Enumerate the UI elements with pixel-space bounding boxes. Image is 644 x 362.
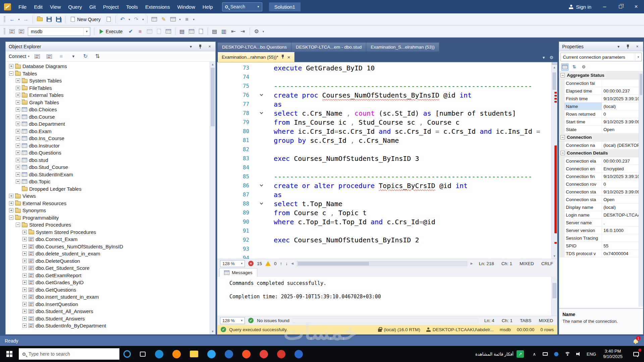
property-value[interactable]: 9/10/2025 3:39:10 <box>602 95 643 102</box>
grid-options-icon[interactable] <box>169 15 177 24</box>
filter-icon[interactable]: ▼ <box>69 52 78 61</box>
property-value[interactable]: (local) (DESKTOP-L <box>602 141 643 149</box>
stop-icon[interactable]: ■ <box>57 52 66 61</box>
property-row[interactable]: Login nameDESKTOP-LTCAAKU <box>559 211 643 219</box>
messages-tab[interactable]: Messages <box>219 268 257 277</box>
tree-item-programmability[interactable]: −Programmability <box>6 214 215 222</box>
expand-icon[interactable]: + <box>22 302 27 306</box>
tree-item-dbo-stud-course[interactable]: +dbo.Stud_Course <box>6 164 215 171</box>
properties-object-dropdown-icon[interactable]: ▾ <box>635 53 641 61</box>
results-to-file-icon[interactable] <box>197 27 205 36</box>
code-line[interactable]: 93 <box>217 244 551 253</box>
expand-icon[interactable]: + <box>22 316 27 321</box>
property-row[interactable]: Connection fai <box>559 79 643 87</box>
property-value[interactable]: Encrypted <box>602 165 643 172</box>
tree-item-system-tables[interactable]: +System Tables <box>6 77 215 84</box>
microsoft-store-taskbar-icon[interactable] <box>203 346 220 362</box>
database-selector-dropdown-icon[interactable]: ▾ <box>83 27 90 36</box>
hscroll-left-icon[interactable]: ◀ <box>291 262 293 265</box>
tree-item-dbo-delete-student-in-exam[interactable]: +dbo.delete_student_in_exam <box>6 250 215 257</box>
taskbar-clock[interactable]: 3:40 PM 9/10/2025 <box>601 349 625 359</box>
expand-icon[interactable]: + <box>9 64 13 68</box>
results-to-text-icon[interactable]: ▤ <box>178 27 186 36</box>
tree-item-dbo-insert-student-in-exam[interactable]: +dbo.insert_student_in_exam <box>6 293 215 301</box>
expand-icon[interactable]: + <box>9 194 13 198</box>
start-button[interactable] <box>0 346 19 362</box>
editor-horizontal-scrollbar[interactable] <box>297 261 467 266</box>
toolbar-options-dropdown-icon[interactable]: ▾ <box>262 27 265 36</box>
property-row[interactable]: Elapsed time00:00:00.237 <box>559 87 643 95</box>
paint-3d-taskbar-icon[interactable] <box>290 346 307 362</box>
expand-icon[interactable]: + <box>16 143 20 148</box>
active-document-tab[interactable]: Examination...rahman (55))* × <box>218 52 294 62</box>
tree-item-dbo-ins-course[interactable]: +dbo.Ins_Course <box>6 135 215 142</box>
property-row[interactable]: TDS protocol v0x74000004 <box>559 250 643 257</box>
messages-horizontal-scrollbar[interactable] <box>293 318 478 323</box>
refresh-icon[interactable]: ↻ <box>81 52 90 61</box>
menu-file[interactable]: File <box>15 2 30 11</box>
alphabetical-view-icon[interactable]: ⇅ <box>571 63 578 71</box>
code-line[interactable]: 77as <box>217 100 551 109</box>
expand-icon[interactable]: + <box>22 309 27 313</box>
uncomment-lines-icon[interactable]: ▥ <box>220 27 228 36</box>
menu-query[interactable]: Query <box>64 2 86 11</box>
tree-item-dbo-course[interactable]: +dbo.Course <box>6 113 215 121</box>
scroll-down-icon[interactable]: ▼ <box>552 253 557 259</box>
collapse-icon[interactable]: − <box>560 73 565 77</box>
property-row[interactable]: Rows returned0 <box>559 110 643 118</box>
expand-icon[interactable]: + <box>16 107 20 112</box>
property-row[interactable]: StateOpen <box>559 126 643 133</box>
tab-pin-icon[interactable] <box>281 54 284 60</box>
hscroll-thumb[interactable] <box>298 262 369 265</box>
display-icon[interactable] <box>542 351 548 357</box>
outline-dropdown-icon[interactable]: ▾ <box>192 15 196 24</box>
tree-item-dbo-getquestions[interactable]: +dbo.GetQuestions <box>6 286 215 294</box>
collapse-icon[interactable]: − <box>560 135 565 139</box>
expand-icon[interactable]: + <box>22 266 27 270</box>
menu-edit[interactable]: Edit <box>30 2 46 11</box>
tree-item-dbo-student-answers[interactable]: +dbo.Student_Answers <box>6 315 215 322</box>
menu-tools[interactable]: Tools <box>122 2 142 11</box>
increase-indent-icon[interactable]: ⇥ <box>238 27 247 36</box>
properties-object-selector[interactable]: Current connection parameters ▾ <box>560 53 642 61</box>
code-line[interactable]: 86create or alter procedure Topics_ByCrs… <box>217 181 551 190</box>
restore-button[interactable] <box>612 0 628 13</box>
expand-icon[interactable]: + <box>16 122 20 126</box>
property-row[interactable]: Start time9/10/2025 3:39:09 <box>559 118 643 126</box>
titlebar-search[interactable]: Search ▾ <box>222 2 262 11</box>
expand-icon[interactable]: + <box>22 273 27 278</box>
hscroll-right-icon[interactable]: ▶ <box>471 262 473 265</box>
property-value[interactable]: 9/10/2025 3:39:09 <box>602 118 643 125</box>
property-value[interactable]: 16.0.1000 <box>602 227 643 234</box>
edit-table-icon[interactable]: ✎ <box>159 15 168 24</box>
code-line[interactable]: 83exec Courses_NumOfStudents_ByInsID 3 <box>217 154 551 163</box>
query-options-icon[interactable] <box>155 27 163 36</box>
code-line[interactable]: 82 <box>217 145 551 154</box>
intellisense-icon[interactable] <box>164 27 173 36</box>
property-row[interactable]: Finish time9/10/2025 3:39:10 <box>559 95 643 103</box>
sql-code-editor[interactable]: 73execute GetGrades_ByID 107475---------… <box>217 62 557 259</box>
code-line[interactable]: 74 <box>217 72 551 81</box>
property-value[interactable] <box>602 234 643 242</box>
tree-item-dbo-deletequestion[interactable]: +dbo.DeleteQuestion <box>6 257 215 265</box>
property-value[interactable]: 55 <box>602 242 643 249</box>
fold-collapse-icon[interactable] <box>249 185 274 186</box>
connect-button[interactable]: Connect ▾ <box>9 54 30 59</box>
scroll-up-icon[interactable]: ▲ <box>210 62 215 67</box>
save-icon[interactable] <box>45 15 53 24</box>
pin-icon[interactable] <box>625 44 631 49</box>
redo-dropdown-icon[interactable]: ▾ <box>141 15 145 24</box>
menu-help[interactable]: Help <box>199 2 217 11</box>
expand-icon[interactable]: + <box>22 244 27 249</box>
task-view-button[interactable] <box>135 346 150 362</box>
expand-icon[interactable]: + <box>16 165 20 169</box>
disconnect-plug-icon[interactable] <box>45 52 54 61</box>
file-explorer-taskbar-icon[interactable] <box>185 346 203 362</box>
property-row[interactable]: Connection fin9/10/2025 3:39:10 <box>559 173 643 180</box>
results-to-grid-icon[interactable] <box>187 27 196 36</box>
scroll-up-icon[interactable]: ▲ <box>552 65 557 70</box>
tree-item-database-diagrams[interactable]: +Database Diagrams <box>6 63 215 70</box>
code-line[interactable]: 90where c.Top_Id=t.Top_Id and c.Crs_Id=@… <box>217 217 551 226</box>
redo-icon[interactable]: ↷ <box>132 15 141 24</box>
expand-icon[interactable]: + <box>22 295 27 299</box>
